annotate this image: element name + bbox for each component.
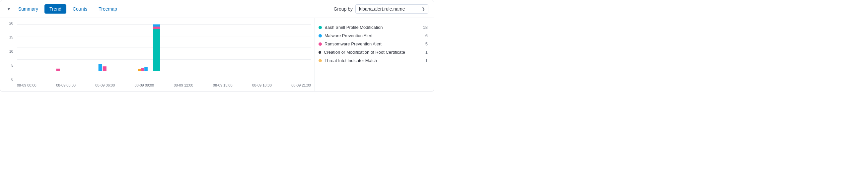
legend-count-ransomware: 5 (425, 41, 428, 46)
y-label-5: 5 (11, 63, 13, 67)
alerts-panel: ▾ Summary Trend Counts Treemap Group by … (0, 0, 434, 92)
y-axis: 20 15 10 5 0 (0, 21, 15, 81)
bar-chart (17, 21, 311, 81)
x-label-0000: 08-09 00:00 (17, 83, 36, 87)
legend-dot-root-cert (318, 51, 321, 54)
bar-ransomware-06 (103, 66, 106, 71)
tab-treemap[interactable]: Treemap (94, 4, 122, 13)
y-label-0: 0 (11, 77, 13, 81)
legend-item-threat-intel: Threat Intel Indicator Match 1 (318, 57, 428, 65)
group-by-container: Group by kibana.alert.rule.name ❯ (334, 4, 428, 13)
legend-dot-malware (318, 34, 322, 37)
legend-item-bash: Bash Shell Profile Modification 18 (318, 23, 428, 32)
toolbar: ▾ Summary Trend Counts Treemap Group by … (0, 0, 434, 18)
tab-trend[interactable]: Trend (44, 4, 66, 13)
x-label-0900: 08-09 09:00 (135, 83, 154, 87)
legend-label-threat-intel: Threat Intel Indicator Match (324, 58, 423, 63)
bar-malware-09 (144, 67, 148, 71)
group-by-select-wrapper: kibana.alert.rule.name ❯ (355, 4, 428, 13)
y-label-15: 15 (9, 35, 13, 39)
legend-panel: Bash Shell Profile Modification 18 Malwa… (314, 18, 434, 91)
legend-item-ransomware: Ransomware Prevention Alert 5 (318, 40, 428, 48)
x-label-0600: 08-09 06:00 (95, 83, 115, 87)
bar-ransomware-1030-top (153, 27, 160, 29)
x-label-1800: 08-09 18:00 (252, 83, 272, 87)
legend-dot-bash (318, 26, 322, 29)
bar-malware-1030-top (153, 25, 160, 27)
legend-count-bash: 18 (423, 25, 428, 30)
bar-bash-1030 (153, 29, 160, 71)
chart-main: 20 15 10 5 0 (0, 18, 314, 91)
legend-item-root-cert: Creation or Modification of Root Certifi… (318, 48, 428, 57)
x-label-1500: 08-09 15:00 (213, 83, 232, 87)
tab-counts[interactable]: Counts (68, 4, 92, 13)
legend-count-threat-intel: 1 (425, 58, 428, 63)
legend-count-root-cert: 1 (425, 50, 428, 55)
legend-item-malware: Malware Prevention Alert 6 (318, 32, 428, 40)
legend-label-ransomware: Ransomware Prevention Alert (324, 41, 423, 46)
legend-label-bash: Bash Shell Profile Modification (324, 25, 421, 30)
bar-intel-09 (138, 69, 141, 71)
y-label-10: 10 (9, 49, 13, 53)
legend-label-malware: Malware Prevention Alert (324, 33, 423, 38)
y-label-20: 20 (9, 21, 13, 25)
chart-area: 20 15 10 5 0 (0, 18, 434, 91)
collapse-button[interactable]: ▾ (6, 5, 12, 13)
legend-dot-ransomware (318, 42, 322, 46)
tab-summary[interactable]: Summary (13, 4, 43, 13)
group-by-label: Group by (334, 6, 353, 11)
bar-malware-06 (98, 64, 102, 71)
bar-ransomware-09 (141, 68, 145, 71)
legend-label-root-cert: Creation or Modification of Root Certifi… (324, 50, 423, 55)
x-axis: 08-09 00:00 08-09 03:00 08-09 06:00 08-0… (17, 82, 311, 91)
x-label-0300: 08-09 03:00 (56, 83, 76, 87)
x-label-2100: 08-09 21:00 (291, 83, 311, 87)
x-label-1200: 08-09 12:00 (174, 83, 193, 87)
legend-dot-threat-intel (318, 59, 322, 62)
bar-ransomware-03 (56, 69, 60, 71)
legend-count-malware: 6 (425, 33, 428, 38)
group-by-select[interactable]: kibana.alert.rule.name (355, 4, 428, 13)
